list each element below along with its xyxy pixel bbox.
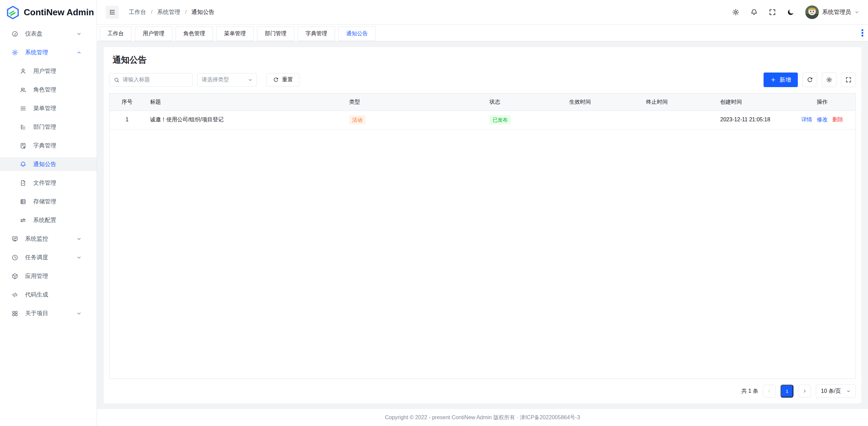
main-area: 工作台 / 系统管理 / 通知公告 系统管理员 工作台 用户管理 角色管理 菜单… <box>97 0 868 426</box>
pagination-page-1[interactable]: 1 <box>781 385 793 398</box>
sidebar-item-storage-management[interactable]: 存储管理 <box>0 195 97 208</box>
delete-link[interactable]: 删除 <box>832 116 843 123</box>
type-tag: 活动 <box>349 115 366 124</box>
gear-icon <box>12 49 18 56</box>
breadcrumb-item[interactable]: 系统管理 <box>157 8 180 16</box>
pagination-total: 共 1 条 <box>742 387 758 395</box>
tab-label: 通知公告 <box>346 30 368 37</box>
tab-user-management[interactable]: 用户管理 <box>135 26 172 41</box>
add-label: 新增 <box>780 76 791 84</box>
table-toolbar: 新增 <box>764 73 856 87</box>
sidebar-item-system-management[interactable]: 系统管理 <box>0 45 97 59</box>
chevron-down-icon <box>846 389 851 393</box>
cell-title: 诚邀！使用公司/组织/项目登记 <box>144 110 343 129</box>
type-select-placeholder: 请选择类型 <box>202 76 248 83</box>
page-size-select[interactable]: 10 条/页 <box>816 384 856 398</box>
tab-workbench[interactable]: 工作台 <box>100 26 132 41</box>
content-area: 通知公告 请选择类型 重置 新增 <box>97 41 868 409</box>
settings-gear-icon[interactable] <box>732 8 739 16</box>
tab-label: 工作台 <box>107 30 124 37</box>
sidebar-item-menu-management[interactable]: 菜单管理 <box>0 101 97 115</box>
sidebar-item-label: 系统监控 <box>25 235 76 243</box>
tab-label: 部门管理 <box>265 30 287 37</box>
tree-list-icon <box>20 124 26 130</box>
sidebar-item-dict-management[interactable]: 字典管理 <box>0 139 97 153</box>
sidebar-item-task-schedule[interactable]: 任务调度 <box>0 250 97 264</box>
sidebar-item-label: 存储管理 <box>33 198 89 206</box>
sidebar-item-system-config[interactable]: 系统配置 <box>0 213 97 227</box>
sidebar-collapse-button[interactable] <box>106 6 119 19</box>
pagination: 共 1 条 1 10 条/页 <box>109 384 856 398</box>
cell-end-time <box>640 110 715 129</box>
tab-label: 角色管理 <box>183 30 205 37</box>
table-fullscreen-button[interactable] <box>841 73 856 87</box>
reset-button[interactable]: 重置 <box>267 73 299 87</box>
file-icon <box>20 180 26 186</box>
menu-fold-icon <box>109 9 116 16</box>
cell-status: 已发布 <box>484 110 564 129</box>
sidebar-item-role-management[interactable]: 角色管理 <box>0 83 97 97</box>
sidebar-item-file-management[interactable]: 文件管理 <box>0 176 97 190</box>
tab-dept-management[interactable]: 部门管理 <box>257 26 294 41</box>
sidebar-item-code-generator[interactable]: 代码生成 <box>0 288 97 302</box>
tab-menu-management[interactable]: 菜单管理 <box>216 26 254 41</box>
breadcrumb-item-current: 通知公告 <box>192 8 215 16</box>
pagination-prev-button[interactable] <box>763 385 776 398</box>
column-settings-button[interactable] <box>822 73 836 87</box>
sidebar-item-label: 关于项目 <box>25 309 76 318</box>
dark-mode-moon-icon[interactable] <box>787 8 794 16</box>
tab-notice[interactable]: 通知公告 <box>338 26 376 41</box>
sidebar-item-app-management[interactable]: 应用管理 <box>0 269 97 283</box>
app-title: ContiNew Admin <box>24 6 94 18</box>
tab-label: 用户管理 <box>143 30 164 37</box>
detail-link[interactable]: 详情 <box>801 116 812 123</box>
add-notice-button[interactable]: 新增 <box>764 73 798 87</box>
edit-link[interactable]: 修改 <box>817 116 828 123</box>
cube-icon <box>12 273 18 280</box>
notice-table: 序号 标题 类型 状态 生效时间 终止时间 创建时间 操作 1 <box>109 93 856 379</box>
sidebar-item-about-project[interactable]: 关于项目 <box>0 306 97 320</box>
tab-role-management[interactable]: 角色管理 <box>176 26 213 41</box>
plus-icon <box>770 77 776 83</box>
col-type: 类型 <box>344 94 484 110</box>
fullscreen-icon <box>845 77 852 83</box>
tab-dict-management[interactable]: 字典管理 <box>298 26 335 41</box>
fullscreen-icon[interactable] <box>769 8 776 16</box>
chevron-left-icon <box>767 389 772 393</box>
sidebar-item-system-monitor[interactable]: 系统监控 <box>0 232 97 246</box>
page-footer: Copyright © 2022 - present ContiNew Admi… <box>97 409 868 426</box>
col-title: 标题 <box>144 94 343 110</box>
page-title: 通知公告 <box>113 54 856 66</box>
tab-more-icon[interactable] <box>862 28 863 38</box>
col-status: 状态 <box>484 94 564 110</box>
app-logo-row[interactable]: ContiNew Admin <box>0 0 97 25</box>
title-search-box[interactable] <box>109 73 193 87</box>
sidebar-item-notice[interactable]: 通知公告 <box>0 157 97 171</box>
sidebar-item-dept-management[interactable]: 部门管理 <box>0 120 97 134</box>
sidebar-item-label: 角色管理 <box>33 86 89 94</box>
sidebar: ContiNew Admin 仪表盘 系统管理 用户管理 角色管理 菜单管理 部… <box>0 0 97 426</box>
breadcrumb-item[interactable]: 工作台 <box>129 8 146 16</box>
sidebar-item-dashboard[interactable]: 仪表盘 <box>0 27 97 41</box>
gear-icon <box>826 77 832 83</box>
sidebar-item-label: 系统管理 <box>25 48 76 57</box>
refresh-table-button[interactable] <box>803 73 817 87</box>
sidebar-item-user-management[interactable]: 用户管理 <box>0 64 97 78</box>
chevron-down-icon <box>854 10 859 15</box>
monitor-icon <box>12 236 18 242</box>
reset-label: 重置 <box>282 76 293 83</box>
dictionary-icon <box>20 142 26 149</box>
table-header-row: 序号 标题 类型 状态 生效时间 终止时间 创建时间 操作 <box>110 94 855 110</box>
top-bar: 工作台 / 系统管理 / 通知公告 系统管理员 <box>97 0 868 25</box>
search-input[interactable] <box>123 76 188 83</box>
chevron-up-icon <box>76 50 82 55</box>
pagination-next-button[interactable] <box>798 385 811 398</box>
sidebar-item-label: 菜单管理 <box>33 104 89 113</box>
tab-label: 字典管理 <box>305 30 327 37</box>
notification-bell-icon[interactable] <box>750 8 758 16</box>
sidebar-item-label: 代码生成 <box>25 291 89 299</box>
menu-lines-icon <box>20 105 26 112</box>
user-menu[interactable]: 系统管理员 <box>805 5 859 19</box>
type-select[interactable]: 请选择类型 <box>197 73 257 87</box>
clock-icon <box>12 254 18 261</box>
